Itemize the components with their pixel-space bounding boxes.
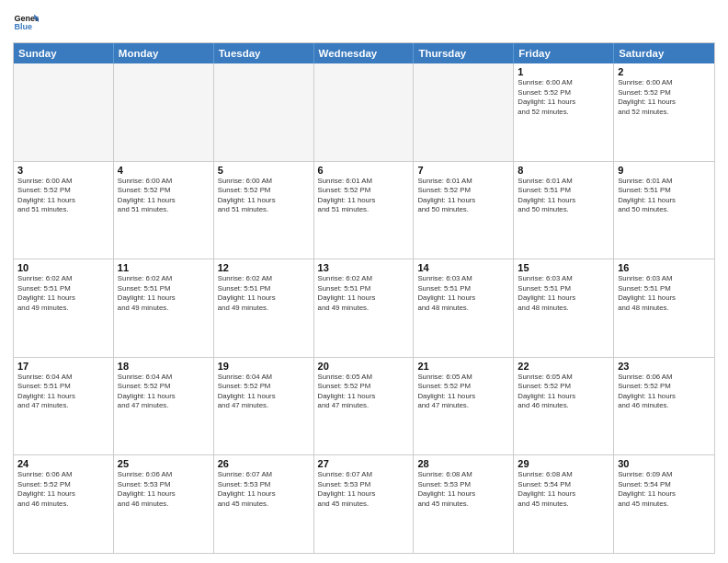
day-info: Sunrise: 6:01 AM Sunset: 5:52 PM Dayligh… [318,177,410,215]
day-number: 18 [118,361,210,372]
week-row-2: 10Sunrise: 6:02 AM Sunset: 5:51 PM Dayli… [14,259,714,358]
calendar: SundayMondayTuesdayWednesdayThursdayFrid… [13,42,715,554]
day-info: Sunrise: 6:02 AM Sunset: 5:51 PM Dayligh… [118,274,210,313]
day-info: Sunrise: 6:03 AM Sunset: 5:51 PM Dayligh… [518,274,609,313]
day-number: 22 [518,361,609,372]
header-day-thursday: Thursday [414,43,514,63]
header-day-monday: Monday [114,43,214,63]
cal-cell: 27Sunrise: 6:07 AM Sunset: 5:53 PM Dayli… [314,455,415,553]
cal-cell: 9Sunrise: 6:01 AM Sunset: 5:51 PM Daylig… [614,162,714,259]
day-info: Sunrise: 6:06 AM Sunset: 5:52 PM Dayligh… [17,470,109,509]
cal-cell: 14Sunrise: 6:03 AM Sunset: 5:51 PM Dayli… [414,259,514,357]
cal-cell: 5Sunrise: 6:00 AM Sunset: 5:52 PM Daylig… [214,162,314,259]
day-info: Sunrise: 6:08 AM Sunset: 5:54 PM Dayligh… [518,470,609,509]
cal-cell: 10Sunrise: 6:02 AM Sunset: 5:51 PM Dayli… [14,259,114,357]
cal-cell: 15Sunrise: 6:03 AM Sunset: 5:51 PM Dayli… [514,259,614,357]
week-row-3: 17Sunrise: 6:04 AM Sunset: 5:51 PM Dayli… [14,358,714,456]
cal-cell: 13Sunrise: 6:02 AM Sunset: 5:51 PM Dayli… [314,259,415,357]
day-info: Sunrise: 6:01 AM Sunset: 5:51 PM Dayligh… [518,177,609,215]
day-info: Sunrise: 6:05 AM Sunset: 5:52 PM Dayligh… [318,373,410,411]
cal-cell: 11Sunrise: 6:02 AM Sunset: 5:51 PM Dayli… [114,259,214,357]
day-number: 15 [518,262,609,273]
cal-cell: 25Sunrise: 6:06 AM Sunset: 5:53 PM Dayli… [114,455,214,553]
calendar-body: 1Sunrise: 6:00 AM Sunset: 5:52 PM Daylig… [14,63,714,553]
header-day-saturday: Saturday [614,43,714,63]
day-info: Sunrise: 6:05 AM Sunset: 5:52 PM Dayligh… [518,373,609,411]
day-number: 27 [318,458,410,469]
header-day-tuesday: Tuesday [214,43,314,63]
cal-cell: 23Sunrise: 6:06 AM Sunset: 5:52 PM Dayli… [614,358,714,455]
cal-cell: 12Sunrise: 6:02 AM Sunset: 5:51 PM Dayli… [214,259,314,357]
cal-cell: 1Sunrise: 6:00 AM Sunset: 5:52 PM Daylig… [514,63,614,161]
cal-cell: 7Sunrise: 6:01 AM Sunset: 5:52 PM Daylig… [414,162,514,259]
logo-icon: General Blue [13,9,39,35]
header-day-wednesday: Wednesday [314,43,415,63]
day-number: 9 [618,165,711,176]
day-info: Sunrise: 6:06 AM Sunset: 5:52 PM Dayligh… [618,373,711,411]
day-info: Sunrise: 6:01 AM Sunset: 5:51 PM Dayligh… [618,177,711,215]
week-row-0: 1Sunrise: 6:00 AM Sunset: 5:52 PM Daylig… [14,63,714,162]
week-row-1: 3Sunrise: 6:00 AM Sunset: 5:52 PM Daylig… [14,162,714,260]
cal-cell: 8Sunrise: 6:01 AM Sunset: 5:51 PM Daylig… [514,162,614,259]
day-info: Sunrise: 6:00 AM Sunset: 5:52 PM Dayligh… [118,177,210,215]
header-day-sunday: Sunday [14,43,114,63]
day-info: Sunrise: 6:04 AM Sunset: 5:51 PM Dayligh… [17,373,109,411]
cal-cell: 3Sunrise: 6:00 AM Sunset: 5:52 PM Daylig… [14,162,114,259]
cal-cell: 20Sunrise: 6:05 AM Sunset: 5:52 PM Dayli… [314,358,415,455]
cal-cell: 29Sunrise: 6:08 AM Sunset: 5:54 PM Dayli… [514,455,614,553]
day-info: Sunrise: 6:00 AM Sunset: 5:52 PM Dayligh… [17,177,109,215]
day-number: 29 [518,458,609,469]
day-number: 19 [218,361,310,372]
day-number: 28 [417,458,509,469]
cal-cell: 28Sunrise: 6:08 AM Sunset: 5:53 PM Dayli… [414,455,514,553]
cal-cell: 24Sunrise: 6:06 AM Sunset: 5:52 PM Dayli… [14,455,114,553]
day-info: Sunrise: 6:03 AM Sunset: 5:51 PM Dayligh… [417,274,509,313]
day-number: 24 [17,458,109,469]
day-info: Sunrise: 6:08 AM Sunset: 5:53 PM Dayligh… [417,470,509,509]
logo: General Blue [13,9,39,35]
day-info: Sunrise: 6:04 AM Sunset: 5:52 PM Dayligh… [118,373,210,411]
day-info: Sunrise: 6:02 AM Sunset: 5:51 PM Dayligh… [218,274,310,313]
cal-cell: 2Sunrise: 6:00 AM Sunset: 5:52 PM Daylig… [614,63,714,161]
cal-cell: 26Sunrise: 6:07 AM Sunset: 5:53 PM Dayli… [214,455,314,553]
day-number: 26 [218,458,310,469]
day-info: Sunrise: 6:02 AM Sunset: 5:51 PM Dayligh… [318,274,410,313]
day-info: Sunrise: 6:07 AM Sunset: 5:53 PM Dayligh… [318,470,410,509]
cal-cell: 30Sunrise: 6:09 AM Sunset: 5:54 PM Dayli… [614,455,714,553]
day-info: Sunrise: 6:02 AM Sunset: 5:51 PM Dayligh… [17,274,109,313]
day-info: Sunrise: 6:00 AM Sunset: 5:52 PM Dayligh… [618,78,711,117]
cal-cell: 22Sunrise: 6:05 AM Sunset: 5:52 PM Dayli… [514,358,614,455]
cal-cell [14,63,114,161]
day-info: Sunrise: 6:04 AM Sunset: 5:52 PM Dayligh… [218,373,310,411]
day-number: 4 [118,165,210,176]
day-number: 16 [618,262,711,273]
day-number: 14 [417,262,509,273]
day-info: Sunrise: 6:00 AM Sunset: 5:52 PM Dayligh… [218,177,310,215]
day-number: 25 [118,458,210,469]
cal-cell: 17Sunrise: 6:04 AM Sunset: 5:51 PM Dayli… [14,358,114,455]
cal-cell: 4Sunrise: 6:00 AM Sunset: 5:52 PM Daylig… [114,162,214,259]
day-number: 13 [318,262,410,273]
cal-cell [314,63,415,161]
day-info: Sunrise: 6:01 AM Sunset: 5:52 PM Dayligh… [417,177,509,215]
day-info: Sunrise: 6:07 AM Sunset: 5:53 PM Dayligh… [218,470,310,509]
day-number: 5 [218,165,310,176]
day-number: 7 [417,165,509,176]
day-number: 17 [17,361,109,372]
header-day-friday: Friday [514,43,614,63]
header: General Blue [13,9,715,35]
day-number: 11 [118,262,210,273]
day-info: Sunrise: 6:06 AM Sunset: 5:53 PM Dayligh… [118,470,210,509]
cal-cell [214,63,314,161]
week-row-4: 24Sunrise: 6:06 AM Sunset: 5:52 PM Dayli… [14,455,714,553]
cal-cell: 16Sunrise: 6:03 AM Sunset: 5:51 PM Dayli… [614,259,714,357]
day-number: 12 [218,262,310,273]
day-number: 3 [17,165,109,176]
cal-cell [414,63,514,161]
day-number: 20 [318,361,410,372]
day-info: Sunrise: 6:03 AM Sunset: 5:51 PM Dayligh… [618,274,711,313]
cal-cell: 18Sunrise: 6:04 AM Sunset: 5:52 PM Dayli… [114,358,214,455]
svg-text:Blue: Blue [14,22,32,31]
day-info: Sunrise: 6:05 AM Sunset: 5:52 PM Dayligh… [417,373,509,411]
day-number: 23 [618,361,711,372]
